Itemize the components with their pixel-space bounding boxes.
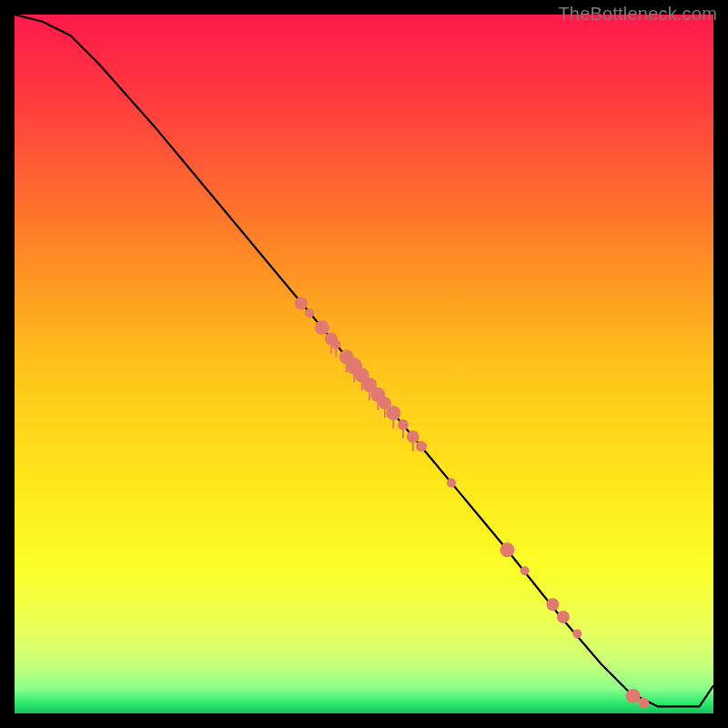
marker-dot bbox=[521, 566, 530, 575]
watermark-text: TheBottleneck.com bbox=[558, 4, 717, 25]
marker-dot bbox=[447, 479, 456, 488]
plot-background bbox=[15, 15, 713, 713]
marker-dot bbox=[315, 320, 329, 335]
marker-dot bbox=[416, 441, 427, 452]
marker-dot bbox=[500, 542, 514, 557]
chart-stage: TheBottleneck.com bbox=[0, 0, 728, 728]
marker-dot bbox=[572, 629, 581, 638]
marker-dot bbox=[331, 340, 340, 349]
chart-svg bbox=[0, 0, 728, 728]
marker-dot bbox=[557, 611, 570, 623]
marker-dot bbox=[546, 598, 559, 611]
marker-dot bbox=[386, 406, 400, 420]
marker-dot bbox=[407, 430, 420, 443]
marker-dot bbox=[626, 689, 641, 703]
marker-dot bbox=[638, 698, 649, 709]
marker-dot bbox=[305, 308, 314, 318]
marker-dot bbox=[398, 420, 409, 430]
marker-dot bbox=[295, 297, 308, 309]
